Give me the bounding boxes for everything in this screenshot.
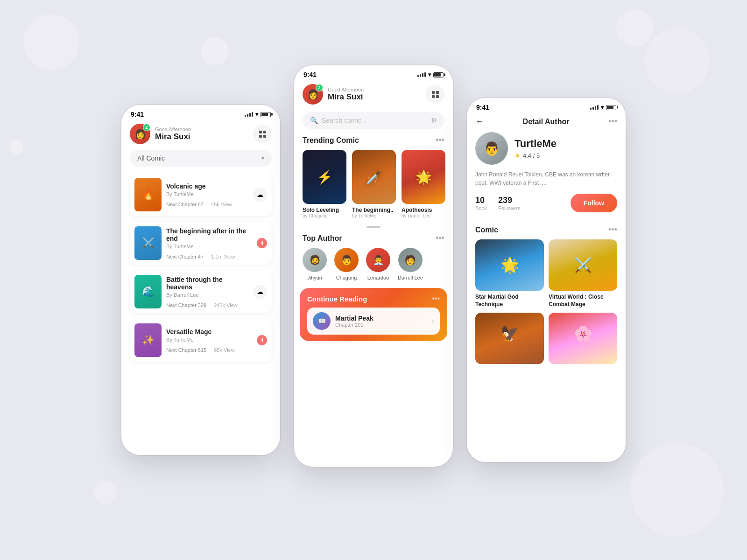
trending-card-beginning[interactable]: 🗡️ The beginning.. by TurtleMe [352,150,396,218]
cr-header: Continue Reading ••• [307,294,440,303]
stat-followers-number: 239 [498,196,512,205]
phone1-dropdown[interactable]: All Comic ▾ [130,150,272,167]
comic-item-versatile[interactable]: ✨ Versatile Mage By TurtleMe Next Chapte… [130,319,272,362]
phone1-status-icons: ▾ [245,111,271,118]
author-name-darrell: Darrell Lee [398,275,423,280]
author-card-darrell[interactable]: 🧑 Darrell Lee [398,248,423,280]
phone1-username: Mira Suxi [155,132,191,141]
detail-more-button[interactable]: ••• [608,117,617,126]
author-profile: 👨 TurtleMe ★ 4.4 / 5 [467,132,626,170]
cloud-icon-battle[interactable]: ☁ [253,285,267,299]
stat-followers: 239 Followers [498,196,520,211]
author-name-jihyun: Jihyun [307,275,322,280]
phone1-grid-button[interactable] [253,125,272,143]
comic-chapter-beginning: Next Chapter 47 [166,254,204,259]
comic-grid-item-4[interactable]: 🌸 [549,313,617,367]
author-card-chugong[interactable]: 👨 Chugong [334,248,359,280]
follow-button[interactable]: Follow [571,194,617,212]
phone2-wifi-icon: ▾ [428,71,431,78]
comic-chapter-volcanic: Next Chapter 87 [166,202,204,207]
search-icon: 🔍 [310,117,318,124]
phone1-greeting: Good Afternoon [155,126,191,132]
cr-item-martial-peak[interactable]: 📖 Martial Peak Chapter 201 › [307,308,440,335]
comic-thumb-versatile: ✨ [134,323,162,357]
comic-grid-item-virtual[interactable]: ⚔️ Virtual World : Close Combat Mage [549,239,617,308]
signal-bar-3 [249,113,251,117]
comic-grid-item-3[interactable]: 🦅 [475,313,544,367]
phone2-time: 9:41 [303,71,317,78]
trending-title-apotheosis: Apotheosis [402,207,445,213]
phone2-avatar-badge: 2 [316,84,323,91]
notification-badge-beginning: 4 [257,238,267,248]
trending-author-apotheosis: by Darrell Lee [402,213,445,218]
phone1-status-bar: 9:41 ▾ [121,105,280,120]
back-button[interactable]: ← [475,117,484,126]
cr-info: Martial Peak Chapter 201 [335,315,427,328]
author-bio: John Ronald Reuel Tolkien, CBE was an ko… [467,170,626,194]
comic-info-battle: Battle through the heavens By Darrell Le… [162,276,253,308]
comic-action-versatile: 4 [257,335,267,345]
continue-reading-banner: Continue Reading ••• 📖 Martial Peak Chap… [300,288,447,341]
cloud-icon[interactable]: ☁ [253,188,267,202]
stat-books-number: 10 [475,196,485,205]
stat-followers-label: Followers [498,205,520,211]
scroll-indicator [294,226,453,233]
trending-author-solo: by Chugong [303,213,346,218]
comic-title-battle: Battle through the heavens [166,276,248,291]
comic-action-battle: ☁ [253,285,267,299]
filter-icon: ⚙ [431,117,437,124]
author-more-button[interactable]: ••• [436,233,444,243]
trending-card-solo[interactable]: ⚡ Solo Leveling by Chugong [303,150,346,218]
comic-grid-thumb-4: 🌸 [549,313,617,364]
author-avatar-chugong: 👨 [334,248,359,272]
phone-3-screen: 9:41 ▾ ← Detail Author [467,98,626,462]
comic-info-beginning: The beginning after in the end By Turtle… [162,227,257,259]
cr-comic-title: Martial Peak [335,315,427,322]
comic-views-battle: 243k View [214,302,238,308]
comic-thumb-beginning: ⚔️ [134,226,162,260]
trending-title-beginning: The beginning.. [352,207,396,213]
comic-meta-versatile: Next Chapter 615 65k View [166,347,252,353]
trending-author-beginning: by TurtleMe [352,213,396,218]
comic-action-volcanic: ☁ [253,188,267,202]
comic-grid-item-star[interactable]: 🌟 Star Martial God Technique [475,239,544,308]
phone1-signal [245,112,253,117]
author-card-jihyun[interactable]: 🧔 Jihyun [303,248,327,280]
phone2-grid-button[interactable] [426,85,444,104]
author-avatar-jihyun: 🧔 [303,248,327,272]
phone3-signal [590,105,599,110]
star-icon: ★ [514,152,521,159]
trending-thumb-beginning: 🗡️ [352,150,396,204]
phone2-author-header: Top Author ••• [294,233,453,248]
comic-item-volcanic[interactable]: 🔥 Volcanic age By TurtleMe Next Chapter … [130,173,272,216]
phone1-grid-dots [259,131,266,138]
phone-2: 9:41 ▾ [294,65,453,467]
phone2-header-left: 👩 2 Good Afternoon Mira Suxi [303,84,364,105]
comic-action-beginning: 4 [257,238,267,248]
phone-2-screen: 9:41 ▾ [294,65,453,467]
author-card-lenardoo[interactable]: 👨‍💼 Lenardoo [366,248,390,280]
cr-title: Continue Reading [307,295,367,303]
phone1-header: 👩 2 Good Afternoon Mira Suxi [121,120,280,150]
phone2-trending-header: Trending Comic ••• [294,135,453,150]
author-avatar-darrell: 🧑 [398,248,423,272]
phone2-trending-title: Trending Comic [303,136,359,145]
trending-more-button[interactable]: ••• [436,135,444,145]
phone2-search-bar[interactable]: 🔍 Search comic... ⚙ [303,112,444,129]
comic-info-versatile: Versatile Mage By TurtleMe Next Chapter … [162,328,257,353]
comic-section-header: Comic ••• [467,220,626,239]
comic-item-battle[interactable]: 🌊 Battle through the heavens By Darrell … [130,270,272,313]
phone1-wifi-icon: ▾ [255,111,258,118]
author-big-avatar: 👨 [475,132,508,165]
trending-title-solo: Solo Leveling [303,207,346,213]
phone2-greeting: Good Afternoon [328,87,364,92]
trending-card-apotheosis[interactable]: 🌟 Apotheosis by Darrell Lee [402,150,445,218]
comic-more-button[interactable]: ••• [608,225,617,235]
phone2-avatar-wrap: 👩 2 [303,84,323,105]
phone2-trending-row: ⚡ Solo Leveling by Chugong 🗡️ The beginn… [294,150,453,226]
cr-dots[interactable]: ••• [432,294,440,303]
phone3-battery-icon [606,105,616,110]
comic-section-title: Comic [475,226,498,234]
phone1-dropdown-label: All Comic [137,154,165,162]
comic-item-beginning[interactable]: ⚔️ The beginning after in the end By Tur… [130,222,272,265]
